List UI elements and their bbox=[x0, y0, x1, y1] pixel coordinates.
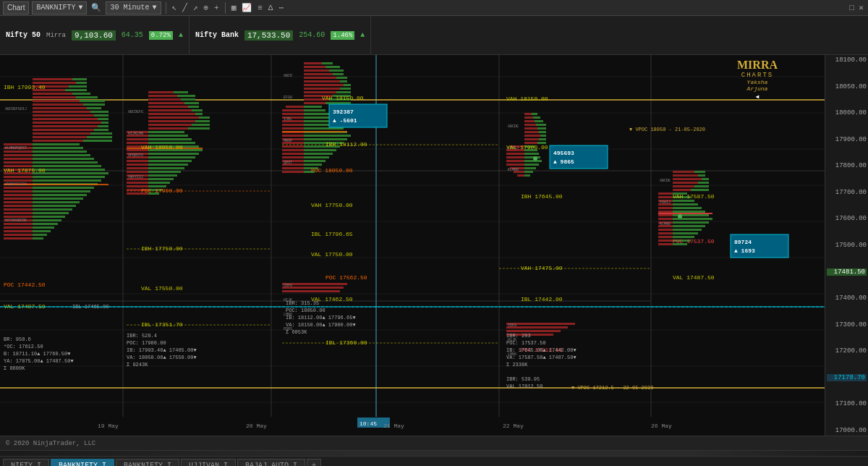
bar-chart-icon[interactable]: ▦ bbox=[230, 3, 238, 12]
svg-rect-21 bbox=[33, 78, 72, 80]
timeframe-selector[interactable]: 30 Minute ▼ bbox=[106, 1, 161, 14]
svg-rect-108 bbox=[4, 234, 33, 236]
svg-rect-191 bbox=[304, 84, 344, 86]
svg-text:IBH 17993.40: IBH 17993.40 bbox=[4, 84, 46, 90]
svg-rect-0 bbox=[0, 55, 825, 436]
svg-rect-164 bbox=[148, 178, 174, 180]
svg-rect-35 bbox=[33, 103, 83, 106]
search-icon[interactable]: 🔍 bbox=[90, 3, 103, 12]
timeframe-dropdown-icon[interactable]: ▼ bbox=[153, 4, 157, 12]
svg-rect-136 bbox=[148, 127, 188, 130]
sep1 bbox=[166, 2, 166, 14]
svg-text:IB: 17993.40▲ 17465.00▼: IB: 17993.40▲ 17465.00▼ bbox=[127, 347, 197, 353]
svg-text:MNOP: MNOP bbox=[284, 139, 292, 143]
svg-text:IB: 18112.00▲ 17796.65▼: IB: 18112.00▲ 17796.65▼ bbox=[286, 315, 356, 321]
svg-rect-28 bbox=[65, 89, 87, 91]
svg-rect-338 bbox=[673, 225, 705, 227]
window-controls[interactable]: □ ✕ bbox=[848, 3, 865, 12]
svg-rect-81 bbox=[33, 187, 94, 189]
svg-rect-124 bbox=[148, 106, 188, 108]
chart-menu-button[interactable]: Chart bbox=[3, 1, 29, 14]
svg-rect-193 bbox=[304, 88, 340, 90]
svg-rect-201 bbox=[304, 102, 326, 104]
scroll-track[interactable] bbox=[0, 451, 868, 456]
svg-rect-319 bbox=[691, 189, 709, 191]
svg-rect-283 bbox=[524, 160, 542, 162]
svg-rect-259 bbox=[524, 116, 533, 119]
svg-text:IJKL: IJKL bbox=[284, 117, 292, 122]
scroll-bar[interactable] bbox=[0, 450, 868, 456]
svg-rect-196 bbox=[336, 91, 351, 93]
svg-text:IBL 17796.65: IBL 17796.65 bbox=[311, 231, 353, 237]
line-chart-icon[interactable]: 📈 bbox=[240, 3, 253, 12]
symbol-dropdown-icon[interactable]: ▼ bbox=[78, 4, 82, 12]
tab-add-button[interactable]: + bbox=[307, 459, 321, 466]
svg-rect-122 bbox=[148, 102, 184, 104]
svg-text:B: 18711.10▲ 17760.50▼: B: 18711.10▲ 17760.50▼ bbox=[4, 351, 71, 357]
svg-rect-30 bbox=[72, 93, 90, 95]
svg-text:UVWXYZ1234: UVWXYZ1234 bbox=[5, 182, 27, 187]
svg-rect-261 bbox=[524, 120, 535, 122]
svg-rect-22 bbox=[72, 78, 87, 80]
svg-rect-282 bbox=[506, 156, 524, 158]
symbol-selector[interactable]: BANKNIFTY ▼ bbox=[32, 1, 87, 14]
svg-text:POC: 17537.50: POC: 17537.50 bbox=[506, 340, 546, 346]
chart-canvas[interactable]: ABCDEFGHIJ KLMNOPQRST UVWXYZ1234 56789AB… bbox=[0, 55, 825, 436]
zoomin-icon[interactable]: + bbox=[213, 4, 221, 12]
nifty50-value: 9,103.60 bbox=[72, 30, 116, 41]
svg-rect-242 bbox=[304, 283, 347, 285]
svg-rect-162 bbox=[148, 174, 177, 177]
svg-text:BR: 950.6: BR: 950.6 bbox=[4, 336, 31, 342]
svg-rect-105 bbox=[33, 230, 51, 232]
svg-rect-41 bbox=[33, 114, 94, 116]
price-18050: 18050.00 bbox=[827, 83, 867, 90]
svg-text:POC 17442.50: POC 17442.50 bbox=[4, 281, 46, 288]
delta-icon[interactable]: Δ bbox=[267, 4, 275, 12]
svg-text:VA: 17587.50▲ 17487.50▼: VA: 17587.50▲ 17487.50▼ bbox=[506, 355, 576, 360]
tab-bajaj-i[interactable]: BAJAJ_AUTO_I bbox=[237, 459, 305, 466]
status-bar: © 2020 NinjaTrader, LLC bbox=[0, 436, 868, 450]
tab-banknifty-i[interactable]: BANKNIFTY_I bbox=[51, 459, 114, 466]
svg-rect-244 bbox=[304, 287, 344, 289]
cursor-icon[interactable]: ↖ bbox=[171, 3, 179, 12]
more-icon[interactable]: ⋯ bbox=[277, 3, 285, 12]
svg-rect-297 bbox=[506, 330, 524, 332]
svg-rect-340 bbox=[673, 229, 702, 231]
niftybank-arrow: ▲ bbox=[360, 31, 365, 39]
svg-rect-87 bbox=[33, 198, 83, 200]
svg-text:POC: 18050.00: POC: 18050.00 bbox=[286, 308, 326, 313]
price-18100: 18100.00 bbox=[827, 56, 867, 64]
svg-rect-45 bbox=[33, 122, 101, 124]
svg-rect-96 bbox=[4, 212, 33, 214]
main-chart-area[interactable]: ABCDEFGHIJ KLMNOPQRST UVWXYZ1234 56789AB… bbox=[0, 55, 868, 436]
svg-rect-77 bbox=[33, 179, 101, 182]
price-17100: 17100.00 bbox=[827, 400, 867, 407]
svg-rect-54 bbox=[87, 136, 112, 138]
line-icon[interactable]: ╱ bbox=[181, 3, 189, 12]
svg-rect-214 bbox=[282, 124, 304, 126]
svg-rect-184 bbox=[329, 69, 344, 72]
svg-rect-24 bbox=[76, 82, 87, 84]
logo-back-arrow[interactable]: ◀ bbox=[737, 93, 778, 100]
svg-rect-240 bbox=[282, 171, 304, 173]
svg-rect-94 bbox=[4, 208, 33, 211]
svg-rect-266 bbox=[537, 127, 546, 130]
svg-rect-229 bbox=[304, 153, 333, 155]
svg-rect-86 bbox=[4, 194, 33, 196]
svg-rect-119 bbox=[177, 95, 195, 97]
tab-ujjivan-i[interactable]: UJJIVAN_I bbox=[181, 459, 236, 466]
niftybank-index: Nifty Bank 17,533.50 254.60 1.46% ▲ bbox=[190, 16, 371, 54]
tab-banknifty-i2[interactable]: BANKNIFTY_I bbox=[116, 459, 179, 466]
svg-text:POC 18050.00: POC 18050.00 bbox=[311, 167, 353, 174]
svg-rect-342 bbox=[673, 232, 698, 234]
arrow-icon[interactable]: ↗ bbox=[192, 3, 200, 12]
svg-rect-287 bbox=[524, 167, 536, 169]
zoom-icon[interactable]: ⊕ bbox=[202, 3, 210, 12]
svg-rect-264 bbox=[536, 124, 546, 126]
svg-text:VA: 18150.00▲ 17900.00▼: VA: 18150.00▲ 17900.00▼ bbox=[286, 322, 356, 328]
chart-svg: ABCDEFGHIJ KLMNOPQRST UVWXYZ1234 56789AB… bbox=[0, 55, 825, 436]
svg-rect-66 bbox=[4, 158, 33, 160]
tab-nifty-i[interactable]: NIFTY_I bbox=[3, 459, 49, 466]
profile-icon[interactable]: ≡ bbox=[256, 4, 264, 12]
svg-rect-95 bbox=[33, 212, 69, 214]
